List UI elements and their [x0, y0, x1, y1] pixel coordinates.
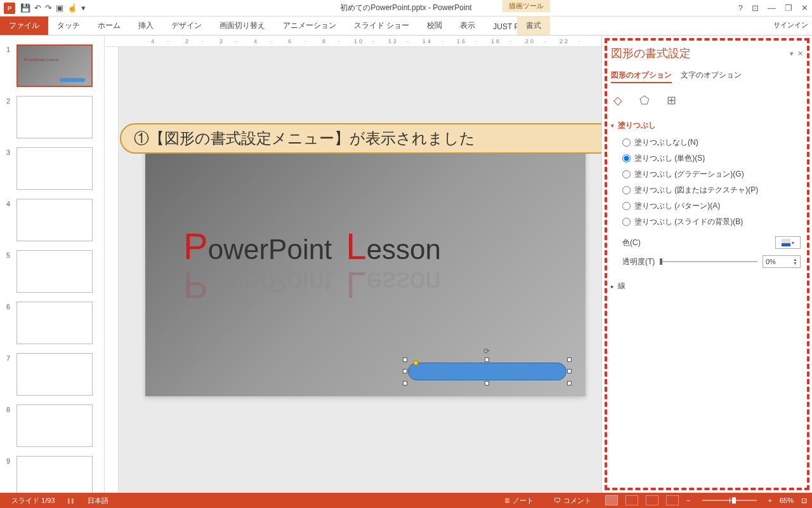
slide-counter[interactable]: スライド 1/93	[5, 496, 61, 505]
close-icon[interactable]: ✕	[801, 3, 808, 13]
section-line[interactable]: 線	[611, 277, 803, 295]
fill-slidebg[interactable]: 塗りつぶし (スライドの背景)(B)	[622, 214, 803, 230]
redo-icon[interactable]: ↷	[45, 3, 52, 13]
tab-text-options[interactable]: 文字のオプション	[681, 70, 742, 83]
spellcheck-icon[interactable]: ⫿⫿	[61, 497, 81, 504]
restore-icon[interactable]: ❐	[785, 3, 792, 13]
rotate-handle-icon[interactable]	[483, 347, 491, 354]
annotation-callout: ①【図形の書式設定メニュー】が表示されました	[120, 123, 601, 154]
color-picker-button[interactable]	[775, 236, 801, 249]
resize-handle[interactable]	[403, 381, 407, 385]
color-label: 色(C)	[622, 237, 641, 248]
spinner-buttons[interactable]: ▲▼	[793, 258, 797, 265]
pane-close-icon[interactable]: ✕	[797, 50, 803, 57]
slide-title: PowerPoint Lesson	[183, 225, 441, 267]
fill-gradient[interactable]: 塗りつぶし (グラデーション)(G)	[622, 166, 803, 182]
reading-view-icon[interactable]	[646, 495, 658, 505]
thumbnail-image: PowerPoint Lesson	[16, 44, 93, 87]
size-properties-icon[interactable]: ⊞	[664, 93, 678, 107]
thumbnail-7[interactable]: 7	[0, 353, 104, 396]
resize-handle[interactable]	[567, 369, 572, 373]
effects-icon[interactable]: ⬠	[638, 93, 652, 107]
resize-handle[interactable]	[403, 369, 407, 373]
transparency-spinner[interactable]: 0% ▲▼	[763, 255, 801, 268]
thumbnail-3[interactable]: 3	[0, 147, 104, 190]
selected-shape[interactable]	[408, 363, 566, 380]
undo-icon[interactable]: ↶	[34, 3, 41, 13]
window-controls: ? ⊡ — ❐ ✕	[738, 3, 808, 13]
zoom-in-icon[interactable]: +	[768, 497, 772, 504]
canvas[interactable]: ①【図形の書式設定メニュー】が表示されました PowerPoint Lesson…	[119, 47, 601, 493]
tab-animations[interactable]: アニメーション	[274, 17, 345, 35]
tab-design[interactable]: デザイン	[162, 17, 211, 35]
zoom-out-icon[interactable]: −	[686, 497, 690, 504]
fill-line-icon[interactable]: ◇	[611, 93, 625, 107]
transparency-row: 透明度(T) 0% ▲▼	[611, 253, 803, 271]
thumbnail-8[interactable]: 8	[0, 404, 104, 447]
contextual-tab-label: 描画ツール	[502, 0, 550, 12]
resize-handle[interactable]	[567, 358, 572, 362]
pane-category-icons: ◇ ⬠ ⊞	[611, 88, 803, 116]
thumbnail-5[interactable]: 5	[0, 250, 104, 293]
vertical-ruler	[105, 47, 119, 493]
transparency-slider[interactable]	[660, 261, 757, 262]
qat-dropdown-icon[interactable]: ▾	[81, 3, 86, 13]
status-bar: スライド 1/93 ⫿⫿ 日本語 ≣ ノート 🗨 コメント − + 65% ⊡	[0, 493, 812, 508]
annotation-text: ①【図形の書式設定メニュー】が表示されました	[134, 128, 475, 149]
horizontal-ruler: 4 2 2 4 6 8 10 12 14 16 18 20 22	[105, 36, 601, 47]
notes-button[interactable]: ≣ ノート	[498, 496, 540, 505]
thumbnail-9[interactable]: 9	[0, 456, 104, 493]
pane-option-tabs: 図形のオプション 文字のオプション	[611, 67, 803, 88]
pane-controls: ▾ ✕	[790, 50, 803, 58]
fill-pattern[interactable]: 塗りつぶし (パターン)(A)	[622, 198, 803, 214]
slide[interactable]: PowerPoint Lesson PowerPoint Lesson	[145, 149, 586, 396]
ribbon-options-icon[interactable]: ⊡	[752, 3, 759, 13]
thumbnail-1[interactable]: 1 PowerPoint Lesson	[0, 44, 104, 87]
save-icon[interactable]: 💾	[20, 3, 30, 13]
start-slideshow-icon[interactable]: ▣	[56, 3, 63, 13]
tab-format[interactable]: 書式	[517, 17, 550, 35]
fill-solid[interactable]: 塗りつぶし (単色)(S)	[622, 150, 803, 166]
tab-shape-options[interactable]: 図形のオプション	[611, 70, 672, 83]
tab-home[interactable]: ホーム	[89, 17, 129, 35]
color-row: 色(C)	[611, 230, 803, 253]
ribbon-tabs: ファイル タッチ ホーム 挿入 デザイン 画面切り替え アニメーション スライド…	[0, 17, 812, 36]
pane-title: 図形の書式設定 ▾ ✕	[611, 46, 803, 61]
pane-options-icon[interactable]: ▾	[790, 50, 794, 57]
tab-touch[interactable]: タッチ	[48, 17, 89, 35]
fill-none[interactable]: 塗りつぶしなし(N)	[622, 135, 803, 150]
minimize-icon[interactable]: —	[768, 3, 776, 13]
thumbnail-4[interactable]: 4	[0, 199, 104, 241]
tab-transitions[interactable]: 画面切り替え	[211, 17, 274, 35]
app-icon: P	[4, 3, 15, 14]
tab-file[interactable]: ファイル	[0, 17, 48, 35]
section-fill[interactable]: 塗りつぶし	[611, 116, 803, 135]
resize-handle[interactable]	[403, 358, 407, 362]
zoom-slider[interactable]	[702, 500, 757, 501]
slideshow-view-icon[interactable]	[666, 495, 679, 505]
tab-insert[interactable]: 挿入	[129, 17, 162, 35]
resize-handle[interactable]	[567, 381, 572, 385]
resize-handle[interactable]	[485, 358, 489, 362]
thumbnail-2[interactable]: 2	[0, 96, 104, 138]
comments-button[interactable]: 🗨 コメント	[547, 496, 598, 505]
signin-link[interactable]: サインイン	[773, 20, 808, 30]
sorter-view-icon[interactable]	[625, 495, 638, 505]
slide-thumbnails: 1 PowerPoint Lesson 2 3 4 5 6 7 8 9	[0, 36, 105, 493]
transparency-label: 透明度(T)	[622, 257, 655, 267]
format-shape-pane: 図形の書式設定 ▾ ✕ 図形のオプション 文字のオプション ◇ ⬠ ⊞ 塗りつぶ…	[601, 36, 812, 493]
resize-handle[interactable]	[485, 381, 489, 385]
zoom-thumb[interactable]	[732, 497, 736, 504]
touch-mode-icon[interactable]: ☝	[67, 3, 77, 13]
tab-review[interactable]: 校閲	[418, 17, 451, 35]
fit-to-window-icon[interactable]: ⊡	[801, 497, 807, 505]
paint-can-icon	[782, 239, 790, 246]
help-icon[interactable]: ?	[738, 3, 743, 13]
normal-view-icon[interactable]	[605, 495, 618, 505]
thumbnail-6[interactable]: 6	[0, 302, 104, 344]
language-indicator[interactable]: 日本語	[81, 496, 115, 505]
fill-picture[interactable]: 塗りつぶし (図またはテクスチャ)(P)	[622, 182, 803, 198]
tab-view[interactable]: 表示	[451, 17, 484, 35]
zoom-level[interactable]: 65%	[780, 497, 794, 504]
tab-slideshow[interactable]: スライド ショー	[345, 17, 418, 35]
